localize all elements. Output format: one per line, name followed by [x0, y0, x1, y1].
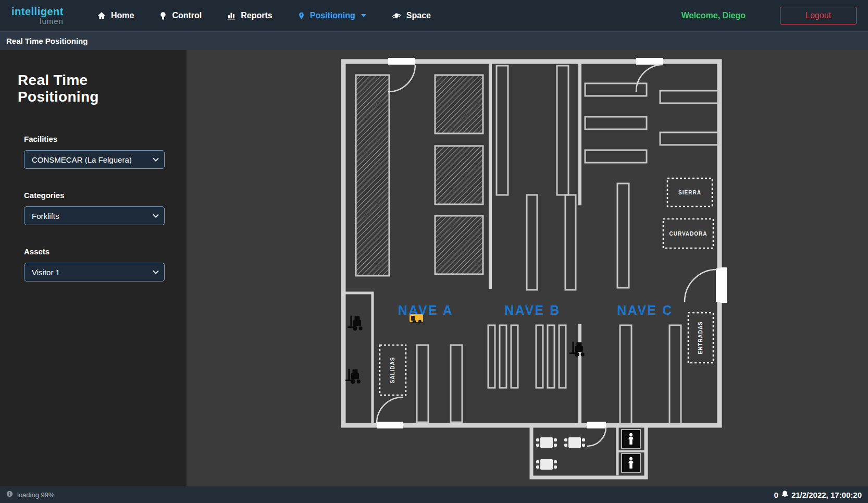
salidas-label: SALIDAS [390, 357, 395, 384]
hatched-rack [435, 75, 483, 133]
nav-item-label: Home [111, 11, 134, 20]
nav-item-label: Positioning [310, 11, 355, 20]
door-opening [377, 422, 403, 428]
facilities-label: Facilities [18, 134, 168, 143]
door-opening [587, 422, 606, 428]
info-icon [6, 490, 13, 499]
zone-label-nave-b: NAVE B [504, 303, 561, 317]
bulb-icon [159, 11, 167, 20]
entradas-label: ENTRADAS [698, 321, 703, 354]
status-bar: loading 99% 0 21/2/2022, 17:00:20 [0, 486, 868, 503]
app-root: intelligent lumen Home Control Report [0, 0, 868, 503]
door-arc [377, 397, 403, 423]
assets-select[interactable]: Visitor 1 [24, 263, 165, 281]
top-navbar: intelligent lumen Home Control Report [0, 0, 868, 31]
status-right: 0 21/2/2022, 17:00:20 [774, 490, 862, 499]
nav-item-label: Reports [241, 11, 272, 20]
logout-button[interactable]: Logout [780, 7, 857, 24]
nav-item-home[interactable]: Home [97, 11, 134, 20]
floorplan-panel[interactable]: SIERRA CURVADORA ENTRADAS SALIDAS NAVE A… [187, 50, 868, 486]
curvadora-label: CURVADORA [669, 231, 707, 237]
categories-label: Categories [18, 191, 168, 200]
assets-field: Assets Visitor 1 [18, 247, 168, 281]
table-icon [536, 437, 557, 448]
notification-count: 0 [774, 490, 778, 499]
table-icon [564, 437, 585, 448]
categories-select[interactable]: Forklifts [24, 206, 165, 225]
nav-item-positioning[interactable]: Positioning [297, 11, 366, 20]
assets-label: Assets [18, 247, 168, 256]
nav-item-control[interactable]: Control [159, 11, 202, 20]
nav-item-space[interactable]: Space [391, 11, 431, 20]
hatched-rack [435, 216, 483, 274]
navbar-right: Welcome, Diego Logout [681, 7, 857, 24]
breadcrumb: Real Time Positioning [0, 31, 868, 50]
content-area: Real Time Positioning Facilities CONSMEC… [0, 50, 868, 486]
space-icon [391, 11, 402, 20]
app-logo[interactable]: intelligent lumen [11, 6, 64, 25]
zone-label-nave-c: NAVE C [617, 303, 673, 317]
facilities-field: Facilities CONSMECAR (La Felguera) [18, 134, 168, 169]
door-opening [636, 58, 663, 65]
zone-label-nave-a: NAVE A [398, 303, 454, 317]
hatched-rack [435, 146, 483, 204]
forklift-icon [345, 369, 361, 384]
page-title: Real Time Positioning [18, 72, 168, 105]
logo-text-lumen: lumen [11, 17, 64, 25]
facilities-select[interactable]: CONSMECAR (La Felguera) [24, 150, 165, 169]
table-icon [536, 459, 557, 470]
forklift-icon [569, 342, 585, 357]
tracked-asset-marker[interactable] [410, 314, 423, 323]
dashed-areas [380, 178, 713, 395]
categories-field: Categories Forklifts [18, 191, 168, 225]
door-opening [388, 58, 415, 65]
nav-item-label: Control [172, 11, 202, 20]
hatched-rack [356, 75, 389, 276]
welcome-text: Welcome, Diego [681, 11, 746, 20]
chevron-down-icon [361, 14, 366, 17]
door-arc [636, 65, 663, 92]
floorplan-svg: SIERRA CURVADORA ENTRADAS SALIDAS NAVE A… [336, 53, 742, 486]
main-nav: Home Control Reports Positioning [97, 11, 431, 20]
filters-sidebar: Real Time Positioning Facilities CONSMEC… [0, 50, 187, 486]
door-opening [716, 268, 723, 302]
loading-text: loading 99% [17, 491, 55, 499]
sierra-label: SIERRA [678, 190, 701, 195]
location-pin-icon [297, 11, 305, 20]
status-left: loading 99% [6, 490, 55, 499]
door-arc [685, 269, 717, 302]
storage-racks [356, 66, 718, 424]
datetime-text: 21/2/2022, 17:00:20 [791, 490, 862, 499]
logo-text-intelligent: intelligent [11, 6, 64, 17]
nav-item-reports[interactable]: Reports [227, 11, 272, 20]
breadcrumb-title: Real Time Positioning [6, 36, 88, 45]
bar-chart-icon [227, 11, 236, 20]
bell-icon[interactable] [781, 490, 789, 499]
forklift-icon [348, 316, 363, 331]
door-arc [388, 65, 415, 92]
home-icon [97, 11, 106, 20]
door-arc [587, 427, 606, 446]
nav-item-label: Space [406, 11, 431, 20]
building-walls [343, 62, 720, 477]
